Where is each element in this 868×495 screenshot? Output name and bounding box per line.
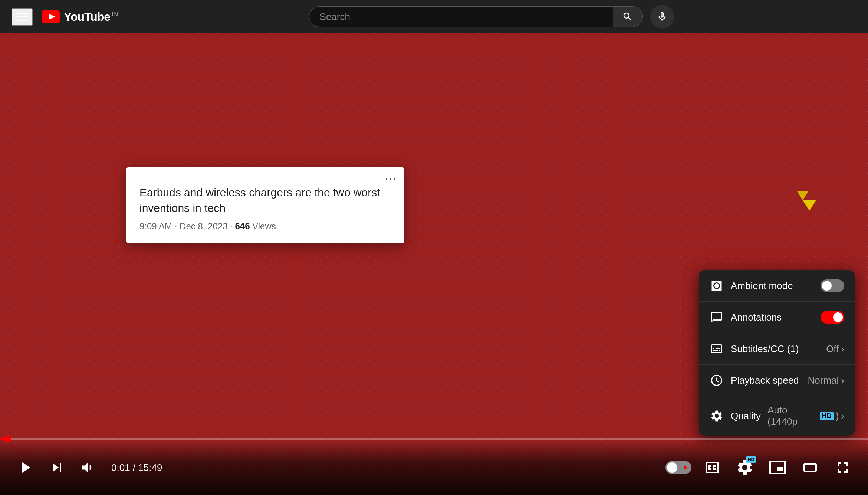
hd-badge: HD [820, 412, 834, 420]
youtube-icon [42, 10, 60, 23]
search-input[interactable] [309, 6, 613, 27]
theater-button[interactable] [798, 456, 822, 479]
subtitles-value: Off › [826, 343, 844, 355]
annotations-toggle[interactable] [821, 311, 844, 324]
controls-bar: 0:01 / 15:49 HD [0, 440, 868, 495]
miniplayer-button[interactable] [766, 456, 789, 479]
quality-value: Auto (1440p HD) › [767, 404, 844, 427]
ambient-toggle[interactable] [821, 279, 844, 292]
video-player[interactable]: ··· Earbuds and wireless chargers are th… [0, 33, 868, 495]
playback-speed-label: Playback speed [731, 375, 801, 386]
menu-item-subtitles[interactable]: Subtitles/CC (1) Off › [699, 333, 855, 365]
volume-button[interactable] [77, 456, 99, 479]
annotations-label: Annotations [731, 312, 814, 323]
hamburger-line [16, 13, 28, 14]
menu-item-quality[interactable]: Quality Auto (1440p HD) › [699, 396, 855, 436]
annotations-icon [709, 310, 724, 325]
quality-label: Quality [731, 410, 761, 422]
volume-icon [80, 459, 96, 476]
menu-item-ambient[interactable]: Ambient mode [699, 270, 855, 302]
hamburger-line [16, 16, 28, 17]
search-form [309, 6, 643, 27]
chevron-right-icon: › [841, 343, 844, 355]
settings-menu: Ambient mode Annotations S [699, 270, 855, 436]
play-icon [16, 459, 34, 476]
play-small-icon [682, 464, 689, 471]
fullscreen-icon [834, 459, 852, 476]
hamburger-line [16, 20, 28, 21]
fullscreen-button[interactable] [831, 456, 855, 479]
search-icon [622, 11, 633, 22]
quality-icon [709, 409, 724, 423]
youtube-logo[interactable]: YouTubeIN [42, 10, 118, 24]
subtitles-icon [709, 341, 724, 356]
subtitles-label: Subtitles/CC (1) [731, 343, 819, 355]
chevron-right-icon: › [841, 410, 844, 422]
speed-icon [709, 373, 724, 388]
play-button[interactable] [13, 456, 37, 479]
skip-next-icon [49, 459, 65, 476]
cc-button[interactable] [700, 456, 724, 479]
settings-button[interactable]: HD [733, 456, 757, 479]
theater-icon [801, 459, 819, 476]
search-container [126, 5, 856, 29]
card-date: 9:09 AM · Dec 8, 2023 · [139, 221, 235, 231]
card-meta: 9:09 AM · Dec 8, 2023 · 646 Views [139, 221, 391, 232]
search-button[interactable] [613, 6, 643, 27]
country-code: IN [112, 10, 118, 18]
header: YouTubeIN [0, 0, 868, 33]
menu-item-annotations[interactable]: Annotations [699, 302, 855, 333]
hd-badge: HD [746, 456, 756, 463]
cc-icon [703, 459, 721, 476]
miniplayer-icon [769, 459, 786, 476]
youtube-wordmark: YouTubeIN [64, 10, 118, 24]
card-more-button[interactable]: ··· [385, 172, 397, 184]
ambient-icon [709, 278, 724, 293]
ambient-toggle-ctrl[interactable] [665, 461, 691, 474]
time-current: 0:01 [111, 462, 130, 473]
card-title: Earbuds and wireless chargers are the tw… [139, 185, 391, 216]
hamburger-button[interactable] [12, 8, 33, 26]
time-total: 15:49 [138, 462, 162, 473]
playback-speed-value: Normal › [808, 375, 844, 386]
mic-icon [656, 11, 668, 23]
next-button[interactable] [46, 456, 68, 479]
chevron-right-icon: › [841, 375, 844, 386]
mic-button[interactable] [650, 5, 674, 29]
ambient-label: Ambient mode [731, 280, 814, 292]
ambient-mode-ctrl[interactable] [665, 461, 691, 474]
menu-item-playback-speed[interactable]: Playback speed Normal › [699, 365, 855, 396]
time-display: 0:01 / 15:49 [111, 462, 162, 473]
card-views-label: Views [252, 221, 276, 231]
card-views-count: 646 [235, 221, 250, 231]
info-card: ··· Earbuds and wireless chargers are th… [126, 167, 404, 243]
